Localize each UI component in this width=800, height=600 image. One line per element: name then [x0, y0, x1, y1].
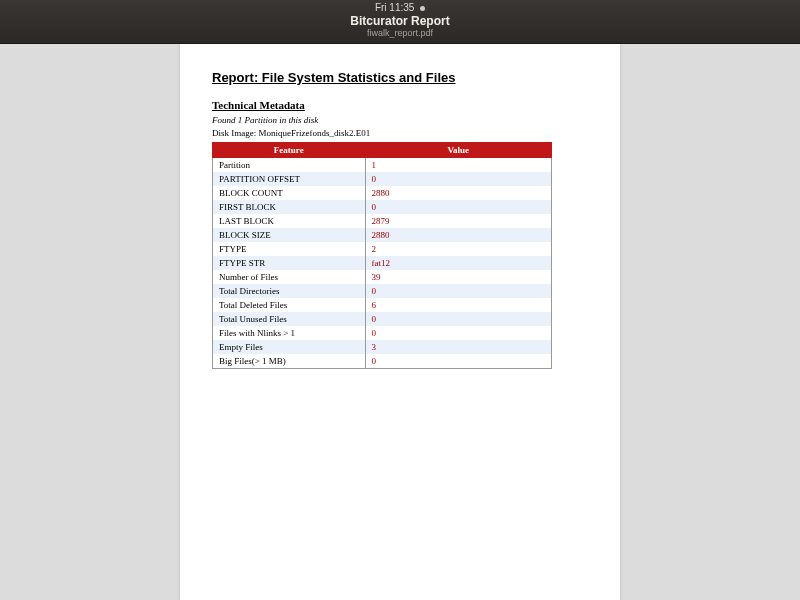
- table-row: Big Files(> 1 MB)0: [213, 354, 552, 369]
- cell-value: 0: [365, 200, 551, 214]
- cell-feature: LAST BLOCK: [213, 214, 366, 228]
- cell-feature: Empty Files: [213, 340, 366, 354]
- cell-feature: Total Directories: [213, 284, 366, 298]
- cell-value: 2879: [365, 214, 551, 228]
- table-row: LAST BLOCK2879: [213, 214, 552, 228]
- table-row: FTYPE STRfat12: [213, 256, 552, 270]
- cell-feature: Partition: [213, 158, 366, 172]
- table-row: Total Deleted Files6: [213, 298, 552, 312]
- table-row: BLOCK SIZE2880: [213, 228, 552, 242]
- cell-value: 2: [365, 242, 551, 256]
- cell-value: fat12: [365, 256, 551, 270]
- desktop-background: Report: File System Statistics and Files…: [0, 44, 800, 600]
- section-heading: Technical Metadata: [212, 99, 588, 111]
- table-row: Empty Files3: [213, 340, 552, 354]
- table-row: Total Directories0: [213, 284, 552, 298]
- cell-feature: Total Unused Files: [213, 312, 366, 326]
- table-row: Number of Files39: [213, 270, 552, 284]
- table-row: PARTITION OFFSET0: [213, 172, 552, 186]
- table-row: Files with Nlinks > 10: [213, 326, 552, 340]
- col-header-feature: Feature: [213, 142, 366, 158]
- cell-value: 1: [365, 158, 551, 172]
- table-row: Partition1: [213, 158, 552, 172]
- cell-value: 2880: [365, 228, 551, 242]
- table-row: FTYPE2: [213, 242, 552, 256]
- cell-value: 0: [365, 284, 551, 298]
- table-row: FIRST BLOCK0: [213, 200, 552, 214]
- cell-feature: BLOCK SIZE: [213, 228, 366, 242]
- report-title: Report: File System Statistics and Files: [212, 70, 588, 85]
- clock-indicator-dot: [420, 6, 425, 11]
- clock-text: Fri 11:35: [375, 2, 414, 13]
- cell-value: 0: [365, 326, 551, 340]
- metadata-table: Feature Value Partition1PARTITION OFFSET…: [212, 142, 552, 369]
- cell-feature: PARTITION OFFSET: [213, 172, 366, 186]
- table-row: BLOCK COUNT2880: [213, 186, 552, 200]
- cell-value: 0: [365, 172, 551, 186]
- cell-feature: BLOCK COUNT: [213, 186, 366, 200]
- cell-feature: FIRST BLOCK: [213, 200, 366, 214]
- window-title: Bitcurator Report: [0, 14, 800, 28]
- cell-value: 39: [365, 270, 551, 284]
- cell-feature: Number of Files: [213, 270, 366, 284]
- system-top-bar: Fri 11:35 Bitcurator Report fiwalk_repor…: [0, 0, 800, 44]
- cell-feature: FTYPE: [213, 242, 366, 256]
- system-clock[interactable]: Fri 11:35: [0, 0, 800, 13]
- cell-feature: Files with Nlinks > 1: [213, 326, 366, 340]
- cell-value: 0: [365, 354, 551, 369]
- window-subtitle: fiwalk_report.pdf: [0, 28, 800, 38]
- cell-value: 0: [365, 312, 551, 326]
- cell-value: 6: [365, 298, 551, 312]
- cell-feature: Total Deleted Files: [213, 298, 366, 312]
- disk-image-line: Disk Image: MoniqueFrizefonds_disk2.E01: [212, 128, 588, 138]
- pdf-page: Report: File System Statistics and Files…: [180, 44, 620, 600]
- col-header-value: Value: [365, 142, 551, 158]
- table-header-row: Feature Value: [213, 142, 552, 158]
- cell-value: 3: [365, 340, 551, 354]
- cell-value: 2880: [365, 186, 551, 200]
- cell-feature: Big Files(> 1 MB): [213, 354, 366, 369]
- partition-found-line: Found 1 Partition in this disk: [212, 115, 588, 125]
- table-row: Total Unused Files0: [213, 312, 552, 326]
- cell-feature: FTYPE STR: [213, 256, 366, 270]
